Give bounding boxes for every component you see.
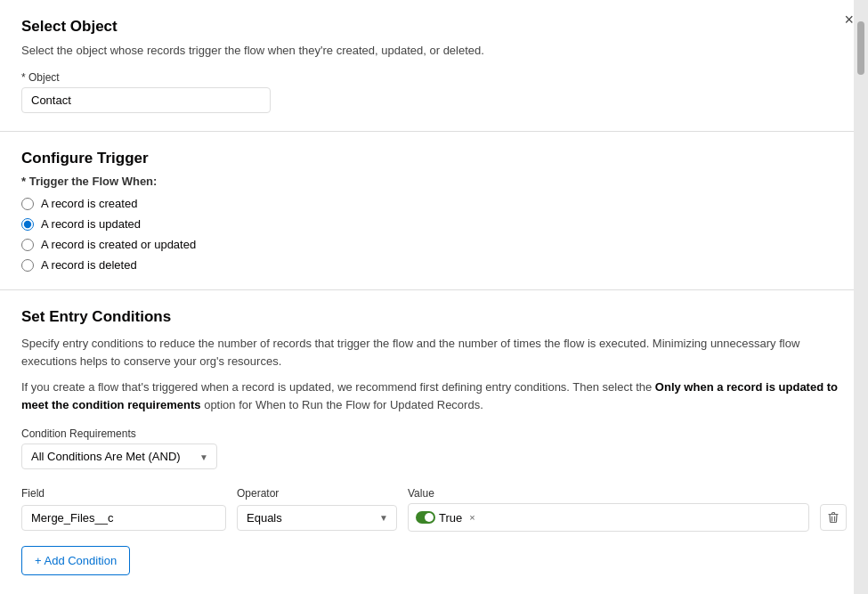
note-prefix: If you create a flow that's triggered wh…	[21, 380, 655, 394]
radio-item-created-updated[interactable]: A record is created or updated	[21, 238, 847, 251]
value-container[interactable]: True ×	[408, 503, 809, 532]
close-button[interactable]: ×	[844, 11, 854, 29]
entry-conditions-note: If you create a flow that's triggered wh…	[21, 378, 847, 413]
radio-updated[interactable]	[21, 218, 34, 231]
configure-trigger-title: Configure Trigger	[21, 150, 847, 167]
operator-select-wrapper: Equals Not Equal To Is Null Is Changed ▼	[237, 505, 397, 531]
value-tag-remove-button[interactable]: ×	[467, 512, 476, 523]
condition-row: Equals Not Equal To Is Null Is Changed ▼…	[21, 503, 847, 532]
radio-deleted[interactable]	[21, 259, 34, 272]
object-field-label: * Object	[21, 71, 847, 84]
operator-column-header: Operator	[237, 487, 397, 500]
radio-created-label: A record is created	[41, 197, 137, 210]
scrollbar	[854, 0, 868, 594]
radio-item-created[interactable]: A record is created	[21, 197, 847, 210]
modal-container: × Select Object Select the object whose …	[0, 0, 868, 594]
field-column-header: Field	[21, 487, 226, 500]
scrollbar-thumb[interactable]	[857, 21, 864, 75]
radio-created[interactable]	[21, 198, 34, 210]
select-object-description: Select the object whose records trigger …	[21, 43, 847, 59]
operator-select[interactable]: Equals Not Equal To Is Null Is Changed	[237, 505, 397, 531]
radio-updated-label: A record is updated	[41, 217, 141, 231]
select-object-section: Select Object Select the object whose re…	[0, 0, 868, 132]
radio-deleted-label: A record is deleted	[41, 258, 137, 272]
entry-conditions-section: Set Entry Conditions Specify entry condi…	[0, 290, 868, 594]
value-tag: True ×	[416, 511, 477, 525]
value-tag-text: True	[439, 511, 462, 525]
trash-icon	[827, 511, 840, 524]
condition-row-headers: Field Operator Value	[21, 487, 847, 500]
entry-conditions-title: Set Entry Conditions	[21, 308, 847, 326]
trigger-radio-group: A record is created A record is updated …	[21, 197, 847, 272]
radio-created-updated[interactable]	[21, 239, 34, 251]
radio-item-updated[interactable]: A record is updated	[21, 217, 847, 231]
field-input[interactable]	[21, 505, 226, 531]
entry-conditions-desc: Specify entry conditions to reduce the n…	[21, 335, 847, 370]
condition-requirements-label: Condition Requirements	[21, 427, 847, 440]
delete-condition-button[interactable]	[820, 504, 847, 531]
select-object-title: Select Object	[21, 18, 847, 36]
condition-requirements-select[interactable]: All Conditions Are Met (AND) Any Conditi…	[21, 443, 217, 469]
value-column-header: Value	[408, 487, 847, 500]
add-condition-button[interactable]: + Add Condition	[21, 546, 130, 575]
condition-requirements-wrapper: All Conditions Are Met (AND) Any Conditi…	[21, 443, 217, 469]
radio-item-deleted[interactable]: A record is deleted	[21, 258, 847, 272]
radio-created-updated-label: A record is created or updated	[41, 238, 196, 251]
configure-trigger-section: Configure Trigger * Trigger the Flow Whe…	[0, 132, 868, 290]
boolean-icon-on	[416, 511, 435, 524]
note-suffix: option for When to Run the Flow for Upda…	[201, 398, 483, 411]
object-input[interactable]	[21, 87, 271, 113]
trigger-flow-label: * Trigger the Flow When:	[21, 175, 847, 188]
boolean-toggle-icon	[416, 511, 435, 524]
